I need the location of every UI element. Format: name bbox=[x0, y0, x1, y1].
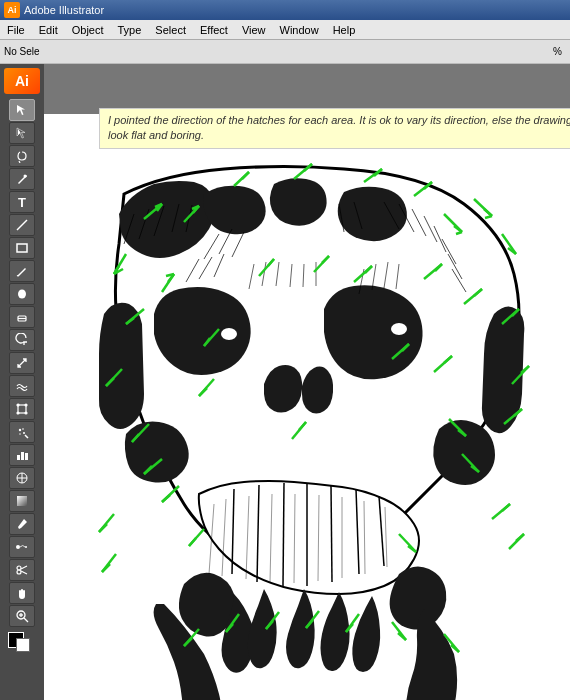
svg-point-34 bbox=[391, 323, 407, 335]
paintbrush-tool[interactable] bbox=[9, 260, 35, 282]
main-area: Ai T bbox=[0, 64, 570, 700]
no-select-label: No Sele bbox=[4, 46, 40, 57]
tooltip-bar: I pointed the direction of the hatches f… bbox=[99, 108, 570, 149]
menu-file[interactable]: File bbox=[0, 22, 32, 38]
svg-line-1 bbox=[17, 220, 27, 230]
canvas bbox=[44, 114, 570, 700]
svg-line-37 bbox=[283, 483, 284, 586]
svg-point-9 bbox=[17, 412, 19, 414]
svg-point-11 bbox=[19, 429, 21, 431]
mesh-tool[interactable] bbox=[9, 467, 35, 489]
select-tool[interactable] bbox=[9, 99, 35, 121]
hand-tool[interactable] bbox=[9, 582, 35, 604]
svg-point-7 bbox=[17, 404, 19, 406]
svg-point-13 bbox=[23, 432, 25, 434]
svg-point-22 bbox=[16, 545, 20, 549]
type-tool[interactable]: T bbox=[9, 191, 35, 213]
scale-tool[interactable] bbox=[9, 352, 35, 374]
symbol-sprayer-tool[interactable] bbox=[9, 421, 35, 443]
svg-line-27 bbox=[21, 571, 27, 574]
menu-edit[interactable]: Edit bbox=[32, 22, 65, 38]
svg-rect-17 bbox=[25, 453, 28, 460]
menu-window[interactable]: Window bbox=[273, 22, 326, 38]
toolbar: Ai T bbox=[0, 64, 44, 700]
svg-point-10 bbox=[25, 412, 27, 414]
scissors-tool[interactable] bbox=[9, 559, 35, 581]
ai-logo: Ai bbox=[4, 68, 40, 94]
gradient-tool[interactable] bbox=[9, 490, 35, 512]
svg-point-0 bbox=[24, 175, 27, 178]
eraser-tool[interactable] bbox=[9, 306, 35, 328]
menu-select[interactable]: Select bbox=[148, 22, 193, 38]
percent-label: % bbox=[553, 46, 562, 57]
rectangle-tool[interactable] bbox=[9, 237, 35, 259]
svg-line-26 bbox=[21, 566, 27, 569]
blob-brush-tool[interactable] bbox=[9, 283, 35, 305]
color-swatches[interactable] bbox=[8, 632, 36, 656]
direct-select-tool[interactable] bbox=[9, 122, 35, 144]
svg-rect-6 bbox=[18, 405, 26, 413]
svg-point-3 bbox=[18, 290, 26, 299]
app-title: Adobe Illustrator bbox=[24, 4, 104, 16]
titlebar: Ai Adobe Illustrator bbox=[0, 0, 570, 20]
warp-tool[interactable] bbox=[9, 375, 35, 397]
svg-point-12 bbox=[22, 428, 24, 430]
column-graph-tool[interactable] bbox=[9, 444, 35, 466]
svg-point-14 bbox=[19, 433, 20, 434]
menubar: File Edit Object Type Select Effect View… bbox=[0, 20, 570, 40]
svg-point-23 bbox=[25, 546, 27, 548]
tooltip-text: I pointed the direction of the hatches f… bbox=[108, 114, 570, 141]
svg-point-25 bbox=[17, 570, 21, 574]
skull-artwork bbox=[44, 114, 570, 700]
svg-rect-2 bbox=[17, 244, 27, 252]
menu-view[interactable]: View bbox=[235, 22, 273, 38]
eyedropper-tool[interactable] bbox=[9, 513, 35, 535]
menu-effect[interactable]: Effect bbox=[193, 22, 235, 38]
menu-object[interactable]: Object bbox=[65, 22, 111, 38]
svg-line-29 bbox=[24, 618, 28, 622]
options-bar: No Sele % bbox=[0, 40, 570, 64]
rotate-tool[interactable] bbox=[9, 329, 35, 351]
svg-rect-16 bbox=[21, 452, 24, 460]
lasso-tool[interactable] bbox=[9, 145, 35, 167]
svg-point-33 bbox=[221, 328, 237, 340]
canvas-area: I pointed the direction of the hatches f… bbox=[44, 64, 570, 700]
app-icon: Ai bbox=[4, 2, 20, 18]
pen-tool[interactable] bbox=[9, 168, 35, 190]
svg-rect-21 bbox=[17, 496, 27, 506]
menu-help[interactable]: Help bbox=[326, 22, 363, 38]
menu-type[interactable]: Type bbox=[111, 22, 149, 38]
zoom-tool[interactable] bbox=[9, 605, 35, 627]
svg-line-39 bbox=[331, 485, 332, 582]
line-tool[interactable] bbox=[9, 214, 35, 236]
free-transform-tool[interactable] bbox=[9, 398, 35, 420]
svg-rect-15 bbox=[17, 455, 20, 460]
blend-tool[interactable] bbox=[9, 536, 35, 558]
svg-point-8 bbox=[25, 404, 27, 406]
